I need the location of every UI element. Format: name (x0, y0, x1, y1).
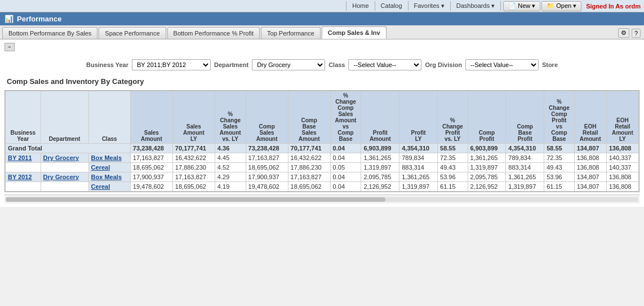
cell-class-1: Cereal (88, 163, 130, 172)
col-header-eoh-retail: EOHRetailAmount (574, 91, 606, 144)
new-icon: 📄 (508, 2, 516, 10)
col-header-business-year: BusinessYear (6, 91, 41, 144)
table-row: BY 2011 Dry Grocery Box Meals 17,163,827… (6, 153, 639, 163)
col-header-pct-change-comp-sales: %ChangeCompSalesAmountvsCompBase (330, 91, 361, 144)
col-header-pct-change-profit: %ChangeProfitvs. LY (438, 91, 468, 144)
bottom-scrollbar[interactable] (5, 194, 639, 203)
gt-comp-base-profit: 4,354,310 (506, 144, 544, 153)
dry-grocery-link-1[interactable]: Dry Grocery (43, 174, 79, 180)
table-row: Cereal 18,695,062 17,886,230 4.52 18,695… (6, 163, 639, 172)
cell-business-year-3 (6, 182, 41, 192)
filter-row: Business Year BY 2011;BY 2012 Department… (5, 59, 639, 70)
col-header-class: Class (88, 91, 130, 144)
tabs-right-icons: ⚙ ? (618, 28, 644, 39)
class-select[interactable]: --Select Value-- (348, 59, 421, 70)
gt-comp-base-sales: 70,177,741 (288, 144, 330, 153)
signed-in-label: Signed In As ordm (586, 3, 641, 10)
cereal-link-1[interactable]: Cereal (91, 183, 110, 190)
col-header-pct-change-sales: %ChangeSalesAmountvs. LY (215, 91, 246, 144)
tab-bottom-performance-profit[interactable]: Bottom Performance % Profit (167, 27, 260, 39)
data-table-scroll[interactable]: BusinessYear Department Class SalesAmoun… (5, 90, 639, 192)
gt-sales-amount: 73,238,428 (130, 144, 172, 153)
cereal-link-0[interactable]: Cereal (91, 164, 110, 171)
gt-pct-change-sales: 4.36 (215, 144, 246, 153)
store-label: Store (542, 61, 558, 68)
cell-department-0: Dry Grocery (41, 153, 88, 163)
cell-department-3 (41, 182, 88, 192)
open-button[interactable]: 📁 Open ▾ (541, 1, 581, 11)
class-label: Class (328, 61, 345, 68)
cell-department-1 (41, 163, 88, 172)
department-select[interactable]: Dry Grocery (252, 59, 325, 70)
col-header-profit-ly: ProfitLY (399, 91, 438, 144)
cell-class-2: Box Meals (88, 172, 130, 182)
by2011-link[interactable]: BY 2011 (8, 154, 32, 161)
grand-total-label: Grand Total (6, 144, 131, 153)
nav-links[interactable]: Home Catalog Favorites ▾ Dashboards ▾ (346, 1, 501, 11)
business-year-label: Business Year (86, 61, 128, 68)
col-header-comp-profit: CompProfit (468, 91, 506, 144)
gt-pct-change-profit: 58.55 (438, 144, 468, 153)
nav-favorites[interactable]: Favorites ▾ (408, 1, 451, 11)
grand-total-row: Grand Total 73,238,428 70,177,741 4.36 7… (6, 144, 639, 153)
col-header-comp-sales: CompSalesAmount (246, 91, 288, 144)
top-nav: Home Catalog Favorites ▾ Dashboards ▾ 📄 … (0, 0, 644, 12)
department-label: Department (214, 61, 248, 68)
org-division-label: Org Division (425, 61, 461, 68)
tab-space-performance[interactable]: Space Performance (99, 27, 166, 39)
title-icon: 📊 (5, 15, 14, 23)
box-meals-link-0[interactable]: Box Meals (91, 154, 122, 161)
section-title: Comp Sales and Inventory By Category (7, 77, 639, 86)
tabs-bar: Bottom Performance By Sales Space Perfor… (0, 25, 644, 39)
col-header-eoh-retail-ly: EOHRetailAmountLY (606, 91, 638, 144)
settings-button[interactable]: ⚙ (618, 28, 629, 38)
col-header-sales-amount-ly: SalesAmountLY (172, 91, 215, 144)
gt-profit-ly: 4,354,310 (399, 144, 438, 153)
cell-department-2: Dry Grocery (41, 172, 88, 182)
page-body: − Business Year BY 2011;BY 2012 Departme… (0, 39, 644, 207)
col-header-sales-amount: SalesAmount (130, 91, 172, 144)
gt-sales-amount-ly: 70,177,741 (172, 144, 215, 153)
cell-business-year-1 (6, 163, 41, 172)
gt-comp-profit: 6,903,899 (468, 144, 506, 153)
gt-eoh-retail: 134,807 (574, 144, 606, 153)
col-header-comp-base-sales: CompBaseSalesAmount (288, 91, 330, 144)
business-year-select[interactable]: BY 2011;BY 2012 (132, 59, 211, 70)
cell-class-3: Cereal (88, 182, 130, 192)
table-row: Cereal 19,478,602 18,695,062 4.19 19,478… (6, 182, 639, 192)
col-header-profit-amount: ProfitAmount (361, 91, 399, 144)
col-header-department: Department (41, 91, 88, 144)
nav-catalog[interactable]: Catalog (375, 1, 408, 11)
cell-class-0: Box Meals (88, 153, 130, 163)
box-meals-link-1[interactable]: Box Meals (91, 174, 122, 180)
table-row: BY 2012 Dry Grocery Box Meals 17,900,937… (6, 172, 639, 182)
gt-comp-sales: 73,238,428 (246, 144, 288, 153)
gt-pct-change-comp-sales: 0.04 (330, 144, 361, 153)
cell-business-year-0: BY 2011 (6, 153, 41, 163)
gt-eoh-retail-ly: 136,808 (606, 144, 638, 153)
title-bar: 📊 Performance (0, 12, 644, 25)
page-title: Performance (17, 15, 61, 23)
nav-dashboards[interactable]: Dashboards ▾ (451, 1, 501, 11)
gt-pct-change-comp-profit: 58.55 (544, 144, 574, 153)
comp-sales-table: BusinessYear Department Class SalesAmoun… (5, 91, 639, 192)
org-division-select[interactable]: --Select Value-- (465, 59, 539, 70)
folder-icon: 📁 (547, 2, 554, 10)
gt-profit-amount: 6,903,899 (361, 144, 399, 153)
nav-action-buttons: 📄 New ▾ 📁 Open ▾ Signed In As ordm (503, 1, 641, 11)
tab-comp-sales-inv[interactable]: Comp Sales & Inv (322, 26, 387, 39)
help-button[interactable]: ? (632, 29, 641, 38)
col-header-pct-change-comp-profit: %ChangeCompProfitvsCompBase (544, 91, 574, 144)
dry-grocery-link-0[interactable]: Dry Grocery (43, 154, 79, 161)
cell-business-year-2: BY 2012 (6, 172, 41, 182)
tab-bottom-performance-by-sales[interactable]: Bottom Performance By Sales (2, 27, 97, 39)
col-header-comp-base-profit: CompBaseProfit (506, 91, 544, 144)
by2012-link[interactable]: BY 2012 (8, 174, 32, 180)
nav-home[interactable]: Home (346, 1, 375, 11)
collapse-button[interactable]: − (5, 43, 15, 51)
new-button[interactable]: 📄 New ▾ (503, 1, 540, 11)
tab-top-performance[interactable]: Top Performance (261, 27, 321, 39)
